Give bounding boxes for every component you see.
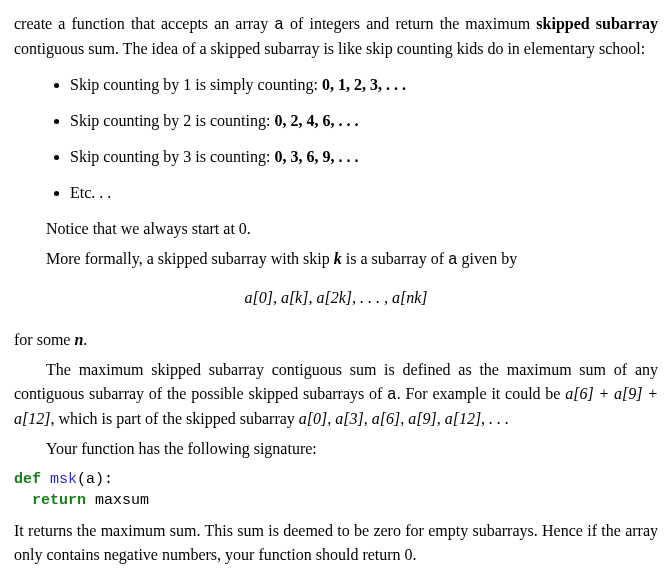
maxdef-sub: a[0], a[3], a[6], a[9], a[12], . . .	[299, 410, 509, 427]
list-item: Skip counting by 3 is counting: 0, 3, 6,…	[70, 145, 658, 169]
var-n: n	[74, 331, 83, 348]
intro-after-arr: of integers and return the maximum	[284, 15, 536, 32]
maxdef-mid: , which is part of the skipped subarray	[50, 410, 298, 427]
max-def-paragraph: The maximum skipped subarray contiguous …	[14, 358, 658, 431]
return-value: maxsum	[95, 492, 149, 509]
code-block: def msk(a): return maxsum	[14, 469, 658, 511]
skip-k: k	[334, 250, 342, 267]
bullet-text: Etc. . .	[70, 184, 111, 201]
multisol-paragraph: There are multiple solutions, with vario…	[14, 573, 658, 577]
keyword-def: def	[14, 471, 41, 488]
intro-after-bold: contiguous sum. The idea of a skipped su…	[14, 40, 645, 57]
bullet-seq: 0, 3, 6, 9, . . .	[274, 148, 358, 165]
bullet-seq: 0, 2, 4, 6, . . .	[274, 112, 358, 129]
list-item: Skip counting by 1 is simply counting: 0…	[70, 73, 658, 97]
bullet-text: Skip counting by 3 is counting:	[70, 148, 274, 165]
for-some-pre: for some	[14, 331, 74, 348]
array-a: a	[448, 251, 458, 269]
paragraph-intro: create a function that accepts an array …	[14, 12, 658, 61]
notice-line: Notice that we always start at 0.	[14, 217, 658, 241]
keyword-return: return	[32, 492, 86, 509]
formal-line: More formally, a skipped subarray with s…	[14, 247, 658, 272]
for-some-post: .	[83, 331, 87, 348]
term-skipped-subarray: skipped subarray	[536, 15, 658, 32]
formal-mid: is a subarray of	[342, 250, 448, 267]
formula-text: a[0], a[k], a[2k], . . . , a[nk]	[244, 289, 427, 306]
list-item: Skip counting by 2 is counting: 0, 2, 4,…	[70, 109, 658, 133]
bullet-seq: 0, 1, 2, 3, . . .	[322, 76, 406, 93]
function-name: msk	[50, 471, 77, 488]
list-item: Etc. . .	[70, 181, 658, 205]
bullet-text: Skip counting by 1 is simply counting:	[70, 76, 322, 93]
array-a: a	[274, 16, 284, 34]
array-a: a	[387, 386, 397, 404]
for-some-n: for some n.	[14, 328, 658, 352]
function-args: (a):	[77, 471, 113, 488]
maxdef-l1-post: . For example it could be	[397, 385, 566, 402]
signature-intro: Your function has the following signatur…	[14, 437, 658, 461]
bullet-text: Skip counting by 2 is counting:	[70, 112, 274, 129]
skip-counting-list: Skip counting by 1 is simply counting: 0…	[14, 73, 658, 205]
formal-pre: More formally, a skipped subarray with s…	[46, 250, 334, 267]
formal-post: given by	[458, 250, 518, 267]
intro-lead: create a function that accepts an array	[14, 15, 274, 32]
returns-paragraph: It returns the maximum sum. This sum is …	[14, 519, 658, 567]
formula-display: a[0], a[k], a[2k], . . . , a[nk]	[14, 286, 658, 310]
